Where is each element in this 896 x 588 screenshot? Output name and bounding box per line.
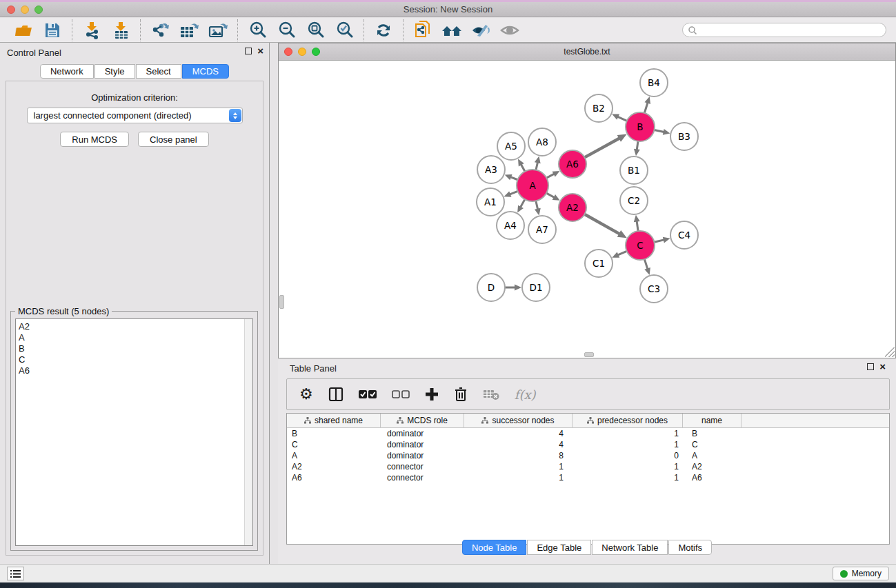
mcds-result-item[interactable]: A2 xyxy=(19,321,252,332)
open-file-icon[interactable] xyxy=(12,20,34,41)
split-columns-icon[interactable] xyxy=(328,387,344,402)
search-input[interactable] xyxy=(698,26,886,35)
column-header-MCDS-role[interactable]: MCDS role xyxy=(381,414,464,427)
graph-edge[interactable] xyxy=(655,130,665,132)
float-panel-icon[interactable] xyxy=(245,48,252,54)
select-all-checkboxes-icon[interactable] xyxy=(359,389,377,399)
copy-network-icon[interactable] xyxy=(412,20,434,41)
tab-network-table[interactable]: Network Table xyxy=(592,540,668,555)
tab-network[interactable]: Network xyxy=(40,64,94,79)
deselect-all-checkboxes-icon[interactable] xyxy=(392,389,410,399)
table-row[interactable]: Bdominator41B xyxy=(287,428,889,439)
graph-edge[interactable] xyxy=(520,199,525,207)
graph-node-A8[interactable]: A8 xyxy=(528,128,556,156)
tab-mcds[interactable]: MCDS xyxy=(182,64,229,79)
graph-node-C3[interactable]: C3 xyxy=(640,275,668,303)
mcds-result-item[interactable]: C xyxy=(19,354,252,365)
graph-node-C2[interactable]: C2 xyxy=(620,187,648,214)
graph-node-B2[interactable]: B2 xyxy=(585,94,613,122)
graph-edge[interactable] xyxy=(536,201,538,210)
mcds-result-item[interactable]: B xyxy=(19,343,252,354)
eye-icon[interactable] xyxy=(499,20,521,41)
graph-edge[interactable] xyxy=(509,191,518,194)
export-table-icon[interactable] xyxy=(178,20,200,41)
zoom-out-icon[interactable] xyxy=(275,20,297,41)
zoom-in-icon[interactable] xyxy=(246,20,268,41)
result-scrollbar[interactable] xyxy=(244,319,252,545)
graph-edge[interactable] xyxy=(637,141,638,151)
refresh-icon[interactable] xyxy=(372,20,395,41)
graph-node-C[interactable]: C xyxy=(626,231,655,260)
graph-node-B3[interactable]: B3 xyxy=(670,123,698,150)
import-network-icon[interactable] xyxy=(81,20,103,41)
column-header-shared-name[interactable]: shared name xyxy=(287,414,381,427)
zoom-selected-icon[interactable] xyxy=(333,20,355,41)
graph-node-C1[interactable]: C1 xyxy=(585,250,613,277)
canvas-horizontal-scrollbar[interactable] xyxy=(584,352,594,357)
graph-node-A2[interactable]: A2 xyxy=(559,194,586,221)
graph-node-A3[interactable]: A3 xyxy=(477,156,505,183)
optimization-criterion-dropdown[interactable]: largest connected component (directed) xyxy=(27,108,243,123)
close-panel-button[interactable]: Close panel xyxy=(138,132,209,147)
memory-button[interactable]: Memory xyxy=(833,567,889,580)
close-panel-icon[interactable]: × xyxy=(257,48,263,54)
graph-node-A[interactable]: A xyxy=(517,170,548,201)
graph-edge[interactable] xyxy=(644,102,648,113)
table-row[interactable]: A2connector11A2 xyxy=(287,461,889,472)
delete-table-icon[interactable] xyxy=(483,388,499,401)
graph-node-B1[interactable]: B1 xyxy=(620,156,648,184)
close-table-panel-icon[interactable]: × xyxy=(879,363,886,370)
graph-node-B[interactable]: B xyxy=(626,112,655,141)
tab-node-table[interactable]: Node Table xyxy=(462,540,527,555)
graph-edge[interactable] xyxy=(644,259,648,270)
column-header-predecessor-nodes[interactable]: predecessor nodes xyxy=(573,414,683,427)
show-task-history-button[interactable] xyxy=(7,567,24,580)
graph-edge[interactable] xyxy=(584,214,620,234)
graph-edge[interactable] xyxy=(654,240,664,243)
resize-grip-icon[interactable] xyxy=(885,347,895,357)
mcds-result-item[interactable]: A xyxy=(19,332,252,343)
mcds-result-item[interactable]: A6 xyxy=(19,365,252,376)
graph-edge[interactable] xyxy=(637,221,638,231)
run-mcds-button[interactable]: Run MCDS xyxy=(60,132,129,147)
delete-column-icon[interactable] xyxy=(454,387,468,402)
export-image-icon[interactable] xyxy=(207,20,229,41)
graph-node-A6[interactable]: A6 xyxy=(559,150,586,178)
tab-select[interactable]: Select xyxy=(136,64,181,79)
graph-edge[interactable] xyxy=(617,116,626,121)
import-table-icon[interactable] xyxy=(110,20,132,41)
graph-node-A1[interactable]: A1 xyxy=(477,188,504,216)
graph-node-A4[interactable]: A4 xyxy=(497,212,524,239)
export-network-icon[interactable] xyxy=(149,20,171,41)
add-column-icon[interactable] xyxy=(425,387,439,401)
show-hide-graphics-icon[interactable] xyxy=(470,20,492,41)
tab-edge-table[interactable]: Edge Table xyxy=(527,540,591,555)
table-row[interactable]: A6connector11A6 xyxy=(287,472,889,483)
mcds-result-list[interactable]: A2ABCA6 xyxy=(15,318,253,546)
column-header-successor-nodes[interactable]: successor nodes xyxy=(464,414,573,427)
graph-node-C4[interactable]: C4 xyxy=(670,221,698,249)
float-table-panel-icon[interactable] xyxy=(867,363,874,370)
tab-style[interactable]: Style xyxy=(94,64,135,79)
table-header-row: shared nameMCDS rolesuccessor nodesprede… xyxy=(287,414,889,428)
canvas-vertical-scrollbar[interactable] xyxy=(279,295,284,309)
home-view-icon[interactable] xyxy=(441,20,463,41)
save-session-icon[interactable] xyxy=(41,20,63,41)
graph-edge[interactable] xyxy=(617,251,627,255)
graph-node-D[interactable]: D xyxy=(477,274,505,301)
graph-edge[interactable] xyxy=(546,193,555,198)
graph-node-A7[interactable]: A7 xyxy=(528,216,556,243)
graph-edge[interactable] xyxy=(585,138,621,157)
settings-gear-icon[interactable]: ⚙ xyxy=(299,387,313,402)
column-header-name[interactable]: name xyxy=(683,414,741,427)
table-row[interactable]: Adominator80A xyxy=(287,450,889,461)
graph-node-B4[interactable]: B4 xyxy=(640,69,668,97)
search-field[interactable] xyxy=(682,23,886,37)
tab-motifs[interactable]: Motifs xyxy=(668,540,712,555)
network-canvas[interactable]: B4B2BB3A5A8A6B1A3AC2A1A2A4A7C4CC1C3DD1 xyxy=(279,61,895,358)
graph-node-A5[interactable]: A5 xyxy=(497,132,525,160)
table-row[interactable]: Cdominator41C xyxy=(287,439,889,450)
zoom-fit-icon[interactable] xyxy=(304,20,326,41)
graph-node-D1[interactable]: D1 xyxy=(522,274,550,301)
graph-edge[interactable] xyxy=(546,174,555,178)
